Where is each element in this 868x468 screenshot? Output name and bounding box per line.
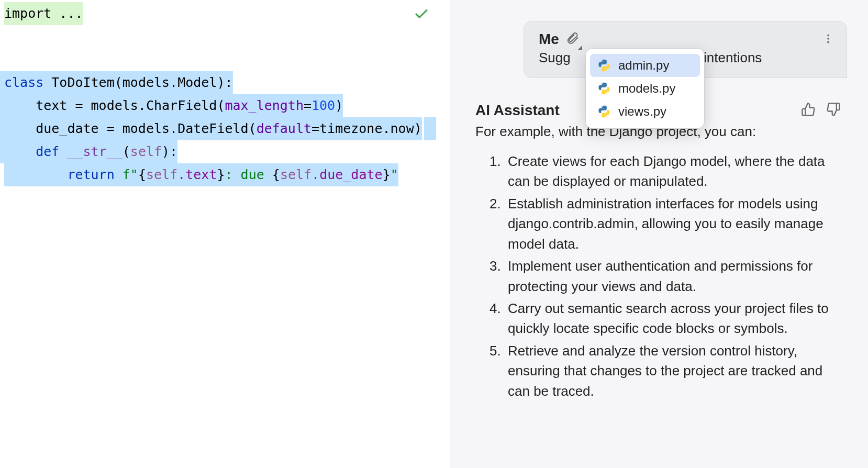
python-file-icon: [597, 82, 611, 95]
app-root: import ... class ToDoItem(models.Model):…: [0, 0, 868, 468]
list-item: Establish administration interfaces for …: [505, 194, 843, 254]
attachment-icon[interactable]: [566, 32, 579, 47]
file-item-label: admin.py: [618, 58, 669, 73]
code-line-class[interactable]: class ToDoItem(models.Model):: [0, 71, 233, 94]
code-line-field-duedate[interactable]: due_date = models.DateField(default=time…: [0, 117, 422, 140]
thumbs-up-icon[interactable]: [801, 102, 816, 119]
code-editor[interactable]: import ... class ToDoItem(models.Model):…: [0, 0, 450, 468]
python-file-icon: [597, 105, 611, 118]
list-item: Carry out semantic search across your pr…: [505, 298, 843, 339]
code-line-return[interactable]: return f"{self.text}: due {self.due_date…: [0, 163, 450, 186]
file-item-models[interactable]: models.py: [590, 77, 700, 100]
svg-point-1: [827, 38, 829, 40]
svg-point-2: [827, 41, 829, 43]
file-attachment-popup: admin.py models.py views.py: [585, 48, 705, 129]
file-item-admin[interactable]: admin.py: [590, 54, 700, 77]
python-file-icon: [597, 59, 611, 72]
more-options-icon[interactable]: [822, 33, 834, 47]
list-item: Implement user authentication and permis…: [505, 256, 843, 296]
code-line-import[interactable]: import ...: [0, 2, 450, 25]
assistant-suggestion-list: Create views for each Django model, wher…: [475, 151, 843, 402]
file-item-label: views.py: [618, 104, 666, 119]
code-line-blank-selected[interactable]: [424, 117, 436, 140]
code-line-blank: [0, 25, 450, 48]
list-item: Create views for each Django model, wher…: [505, 151, 843, 192]
code-line-def-str[interactable]: def __str__(self):: [0, 140, 177, 163]
file-item-views[interactable]: views.py: [590, 100, 700, 123]
checkmark-icon: [414, 6, 429, 24]
code-line-blank: [0, 48, 450, 71]
file-item-label: models.py: [618, 81, 675, 96]
svg-point-0: [827, 35, 829, 37]
assistant-message: AI Assistant For example, with the Djang…: [471, 102, 847, 401]
user-label: Me: [539, 31, 559, 48]
list-item: Retrieve and analyze the version control…: [505, 341, 843, 401]
thumbs-down-icon[interactable]: [826, 102, 841, 119]
code-line-field-text[interactable]: text = models.CharField(max_length=100): [0, 94, 343, 117]
